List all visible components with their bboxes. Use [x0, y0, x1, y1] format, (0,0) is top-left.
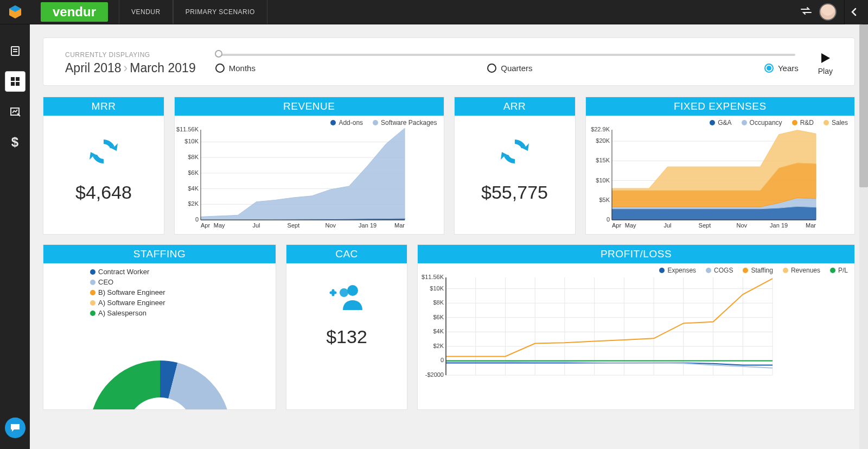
svg-text:Sept: Sept	[698, 222, 711, 229]
svg-text:$10K: $10K	[596, 177, 610, 184]
help-button[interactable]	[5, 418, 25, 438]
timeframe-range: April 2018›March 2019	[65, 61, 196, 75]
timeline-slider[interactable]	[219, 54, 795, 56]
svg-text:-$2000: -$2000	[425, 371, 444, 377]
document-icon	[10, 46, 21, 56]
play-button[interactable]: Play	[818, 52, 833, 75]
topbar: vendur VENDUR PRIMARY SCENARIO	[0, 0, 868, 24]
svg-text:Apr: Apr	[201, 222, 210, 229]
radio-years[interactable]: Years	[764, 64, 799, 73]
svg-text:$2K: $2K	[433, 343, 444, 349]
arr-value: $55,775	[481, 182, 548, 203]
svg-text:Jan 19: Jan 19	[359, 222, 376, 229]
legend-ceo[interactable]: CEO	[90, 278, 182, 286]
app-logo[interactable]	[0, 0, 30, 24]
legend-occ[interactable]: Occupancy	[742, 119, 782, 127]
dollar-icon: $	[11, 135, 18, 150]
svg-point-52	[347, 285, 358, 296]
radio-quarters[interactable]: Quarters	[487, 64, 532, 73]
legend-ga[interactable]: G&A	[710, 119, 731, 127]
timeframe-bar: CURRENTLY DISPLAYING April 2018›March 20…	[43, 37, 855, 86]
legend-rd[interactable]: R&D	[792, 119, 814, 127]
legend-software[interactable]: Software Packages	[373, 119, 437, 127]
chevron-left-icon	[851, 8, 857, 16]
card-title: STAFFING	[43, 245, 276, 263]
rail-report-button[interactable]	[5, 102, 25, 122]
hexagon-icon	[8, 4, 23, 20]
legend-expenses[interactable]: Expenses	[659, 267, 696, 274]
svg-text:$10K: $10K	[430, 285, 444, 292]
legend-contract[interactable]: Contract Worker	[90, 268, 182, 276]
legend-pl[interactable]: P/L	[830, 267, 848, 274]
legend-addons[interactable]: Add-ons	[330, 119, 363, 127]
card-title: MRR	[43, 97, 164, 116]
card-fixed-expenses: FIXED EXPENSES G&A Occupancy R&D Sales 0…	[585, 97, 856, 235]
add-user-icon	[328, 283, 366, 314]
scrollbar-thumb[interactable]	[859, 24, 868, 187]
card-revenue: REVENUE Add-ons Software Packages 0$2K$4…	[174, 97, 444, 235]
svg-text:Apr: Apr	[612, 222, 621, 229]
nav-company[interactable]: VENDUR	[119, 0, 173, 24]
dashboard-page: CURRENTLY DISPLAYING April 2018›March 20…	[30, 24, 868, 449]
svg-text:May: May	[214, 222, 225, 229]
card-title: FIXED EXPENSES	[586, 97, 855, 116]
svg-text:$2K: $2K	[188, 200, 199, 207]
legend-a-eng[interactable]: A) Software Engineer	[90, 299, 182, 307]
svg-text:Sept: Sept	[288, 222, 300, 229]
svg-text:0: 0	[441, 357, 444, 363]
siderail: $	[0, 24, 30, 449]
svg-text:Nov: Nov	[736, 222, 747, 229]
scrollbar[interactable]	[859, 24, 868, 449]
svg-text:$4K: $4K	[188, 185, 199, 192]
card-title: PROFIT/LOSS	[418, 245, 854, 263]
mrr-value: $4,648	[75, 182, 132, 203]
profit-loss-chart[interactable]: -$20000$2K$4K$6K$8K$10K$11.56K	[418, 274, 776, 377]
card-title: REVENUE	[175, 97, 444, 116]
legend-revenues[interactable]: Revenues	[783, 267, 820, 274]
chevron-right-icon: ›	[122, 61, 130, 75]
sync-icon	[499, 135, 531, 170]
collapse-panel-button[interactable]	[844, 0, 863, 24]
svg-point-53	[340, 288, 348, 297]
svg-rect-5	[11, 77, 15, 81]
svg-text:$15K: $15K	[596, 157, 610, 163]
svg-text:$10K: $10K	[184, 138, 199, 144]
nav-scenario[interactable]: PRIMARY SCENARIO	[173, 0, 267, 24]
svg-text:$8K: $8K	[188, 154, 199, 160]
rail-finance-button[interactable]: $	[5, 132, 25, 153]
svg-text:May: May	[624, 222, 636, 229]
legend-sales[interactable]: Sales	[824, 119, 848, 127]
svg-text:$11.56K: $11.56K	[422, 274, 444, 280]
card-mrr: MRR $4,648	[43, 97, 164, 235]
sync-icon	[87, 135, 120, 170]
revenue-chart[interactable]: 0$2K$4K$6K$8K$10K$11.56KAprMayJulSeptNov…	[175, 127, 408, 230]
svg-text:Mar: Mar	[394, 222, 405, 229]
slider-thumb[interactable]	[215, 50, 222, 58]
svg-rect-7	[11, 82, 15, 86]
svg-text:Jan 19: Jan 19	[770, 222, 788, 229]
top-nav: VENDUR PRIMARY SCENARIO	[119, 0, 267, 24]
radio-months[interactable]: Months	[215, 64, 256, 73]
fixed-expenses-chart[interactable]: 0$5K$10K$15K$20K$22.9KAprMayJulSeptNovJa…	[586, 127, 819, 230]
svg-rect-6	[16, 77, 20, 81]
avatar[interactable]	[819, 3, 837, 21]
legend-b-eng[interactable]: B) Software Engineer	[90, 288, 182, 296]
legend-sales[interactable]: A) Salesperson	[90, 309, 182, 317]
brand-badge: vendur	[41, 2, 108, 22]
chart-edit-icon	[10, 106, 21, 117]
svg-text:$6K: $6K	[433, 314, 444, 320]
legend-staffing[interactable]: Staffing	[743, 267, 773, 274]
staffing-chart[interactable]	[43, 317, 277, 409]
card-title: ARR	[455, 97, 575, 116]
card-title: CAC	[286, 245, 407, 263]
card-cac: CAC $132	[286, 244, 407, 410]
swap-icon[interactable]	[801, 7, 812, 17]
card-arr: ARR $55,775	[454, 97, 576, 235]
svg-text:Mar: Mar	[806, 222, 816, 229]
cac-value: $132	[326, 326, 367, 347]
svg-text:$11.56K: $11.56K	[176, 127, 199, 132]
legend-cogs[interactable]: COGS	[706, 267, 733, 274]
rail-dashboard-button[interactable]	[5, 71, 25, 92]
svg-text:0: 0	[606, 216, 609, 223]
rail-doc-button[interactable]	[5, 41, 25, 61]
